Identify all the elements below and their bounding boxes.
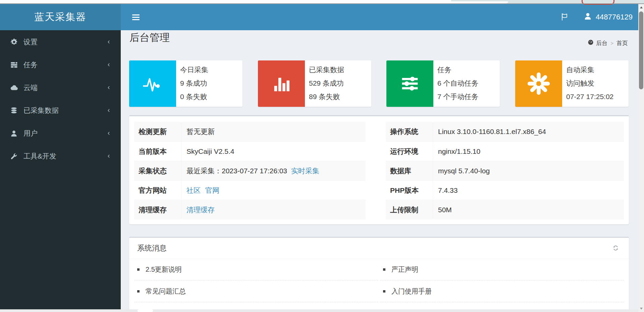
sidebar-item-settings[interactable]: 设置 bbox=[0, 31, 121, 53]
breadcrumb-current: 首页 bbox=[616, 39, 628, 47]
notifications-flag-button[interactable] bbox=[560, 12, 569, 22]
row-value: nginx/1.15.10 bbox=[438, 147, 480, 155]
refresh-button[interactable] bbox=[612, 245, 619, 252]
row-label: 操作系统 bbox=[386, 122, 433, 141]
scroll-down-button[interactable] bbox=[638, 306, 644, 312]
page-title: 后台管理 bbox=[129, 31, 170, 45]
info-box-line: 89 条失败 bbox=[309, 90, 369, 103]
scroll-thumb[interactable] bbox=[639, 11, 643, 89]
table-row: 检测更新 暂无更新 bbox=[134, 122, 366, 141]
sliders-icon bbox=[386, 60, 433, 107]
wrench-icon bbox=[10, 152, 23, 160]
bullet-icon bbox=[137, 268, 140, 271]
username: 448776129 bbox=[596, 13, 633, 21]
breadcrumb: 后台 > 首页 bbox=[588, 39, 628, 47]
row-label: 数据库 bbox=[386, 161, 433, 180]
realtime-collect-link[interactable]: 实时采集 bbox=[291, 166, 319, 176]
breadcrumb-home-link[interactable]: 后台 bbox=[588, 39, 607, 47]
brand-logo[interactable]: 蓝天采集器 bbox=[0, 4, 121, 30]
row-value: 50M bbox=[438, 206, 452, 214]
sidebar-item-label: 任务 bbox=[23, 60, 38, 70]
sidebar-item-label: 设置 bbox=[23, 37, 38, 47]
row-value: mysql 5.7.40-log bbox=[438, 167, 490, 175]
sidebar-item-tools-dev[interactable]: 工具&开发 bbox=[0, 145, 121, 168]
info-box-line: 529 条成功 bbox=[309, 77, 369, 90]
divider bbox=[0, 3, 644, 4]
dashboard-icon bbox=[588, 39, 594, 47]
status-pill bbox=[138, 309, 153, 312]
info-box-line: 访问触发 bbox=[566, 77, 627, 90]
table-row: 清理缓存 清理缓存 bbox=[134, 200, 366, 219]
asterisk-icon bbox=[515, 60, 562, 107]
info-box-title: 任务 bbox=[437, 63, 498, 77]
panel-header: 系统消息 bbox=[129, 238, 629, 259]
tasks-icon bbox=[10, 61, 23, 69]
message-link[interactable]: 常见问题汇总 bbox=[137, 287, 186, 296]
chevron-left-icon bbox=[106, 62, 111, 68]
official-site-link[interactable]: 官网 bbox=[205, 186, 219, 195]
community-link[interactable]: 社区 bbox=[186, 186, 201, 195]
table-row: 当前版本 SkyCaiji V2.5.4 bbox=[134, 141, 366, 161]
message-text: 入门使用手册 bbox=[391, 287, 432, 296]
list-item: 入门使用手册 bbox=[380, 280, 624, 302]
info-box-title: 已采集数据 bbox=[309, 63, 369, 77]
user-menu[interactable]: 448776129 bbox=[584, 12, 633, 23]
chevron-left-icon bbox=[106, 85, 111, 90]
scroll-up-button[interactable] bbox=[638, 4, 644, 10]
info-box-collected-data: 已采集数据 529 条成功 89 条失败 bbox=[258, 60, 371, 107]
message-link[interactable]: 严正声明 bbox=[383, 265, 418, 274]
sidebar-item-label: 工具&开发 bbox=[23, 151, 56, 161]
sidebar-item-users[interactable]: 用户 bbox=[0, 122, 121, 145]
row-label: 检测更新 bbox=[134, 122, 181, 141]
admin-dashboard: 蓝天采集器 bbox=[0, 0, 644, 312]
message-list-right: 严正声明 入门使用手册 bbox=[380, 259, 624, 302]
row-value: 暂无更新 bbox=[186, 127, 215, 136]
info-box-today-collect: 今日采集 9 条成功 0 条失败 bbox=[129, 60, 243, 107]
table-row: PHP版本 7.4.33 bbox=[386, 180, 624, 200]
info-box-line: 7 个手动任务 bbox=[437, 90, 498, 103]
info-box-content: 任务 6 个自动任务 7 个手动任务 bbox=[437, 63, 498, 103]
table-row: 上传限制 50M bbox=[386, 200, 624, 219]
row-value: 最近采集：2023-07-27 17:26:03 bbox=[186, 166, 287, 176]
info-box-line: 6 个自动任务 bbox=[437, 77, 498, 90]
message-text: 常见问题汇总 bbox=[146, 287, 186, 296]
row-value: SkyCaiji V2.5.4 bbox=[186, 147, 234, 155]
bullet-icon bbox=[137, 290, 140, 293]
system-info-panel: 检测更新 暂无更新 当前版本 SkyCaiji V2.5.4 采集状态 最近采集… bbox=[129, 115, 629, 224]
list-item: 严正声明 bbox=[380, 259, 624, 280]
clear-cache-link[interactable]: 清理缓存 bbox=[186, 205, 215, 215]
info-box-content: 自动采集 访问触发 07-27 17:25:02 bbox=[566, 63, 627, 103]
sidebar-item-label: 云端 bbox=[23, 83, 38, 92]
bar-chart-icon bbox=[258, 60, 305, 107]
database-icon bbox=[10, 107, 23, 115]
message-link[interactable]: 入门使用手册 bbox=[383, 287, 432, 296]
vertical-scrollbar[interactable] bbox=[638, 4, 644, 312]
row-value: 7.4.33 bbox=[438, 186, 458, 194]
message-link[interactable]: 2.5更新说明 bbox=[137, 265, 182, 274]
table-row: 运行环境 nginx/1.15.10 bbox=[386, 141, 624, 161]
system-table-right: 操作系统 Linux 3.10.0-1160.81.1.el7.x86_64 运… bbox=[386, 122, 624, 219]
message-text: 严正声明 bbox=[391, 265, 418, 274]
browser-chrome-sheet bbox=[0, 0, 451, 3]
row-label: 运行环境 bbox=[386, 142, 433, 161]
list-item: 常见问题汇总 bbox=[134, 280, 378, 302]
info-box-tasks: 任务 6 个自动任务 7 个手动任务 bbox=[386, 60, 500, 107]
browser-chrome-strip bbox=[0, 0, 644, 4]
info-box-title: 今日采集 bbox=[180, 63, 240, 77]
sidebar-item-tasks[interactable]: 任务 bbox=[0, 53, 121, 76]
sidebar-menu: 设置 任务 bbox=[0, 30, 121, 168]
info-box-title: 自动采集 bbox=[566, 63, 627, 77]
info-box-content: 已采集数据 529 条成功 89 条失败 bbox=[309, 63, 369, 103]
system-messages-panel: 系统消息 2.5更新说明 常见问题 bbox=[129, 237, 629, 312]
chevron-left-icon bbox=[106, 108, 111, 113]
bullet-icon bbox=[383, 268, 385, 271]
sidebar-toggle-button[interactable] bbox=[127, 4, 144, 30]
browser-bottom-strip bbox=[0, 309, 638, 312]
sidebar-item-cloud[interactable]: 云端 bbox=[0, 76, 121, 99]
table-row: 操作系统 Linux 3.10.0-1160.81.1.el7.x86_64 bbox=[386, 122, 624, 141]
sidebar-item-collected-data[interactable]: 已采集数据 bbox=[0, 99, 121, 122]
table-row: 官方网站 社区官网 bbox=[134, 180, 366, 200]
info-box-auto-collect: 自动采集 访问触发 07-27 17:25:02 bbox=[515, 60, 629, 107]
row-label: 采集状态 bbox=[134, 161, 181, 180]
info-box-line: 07-27 17:25:02 bbox=[566, 90, 627, 103]
